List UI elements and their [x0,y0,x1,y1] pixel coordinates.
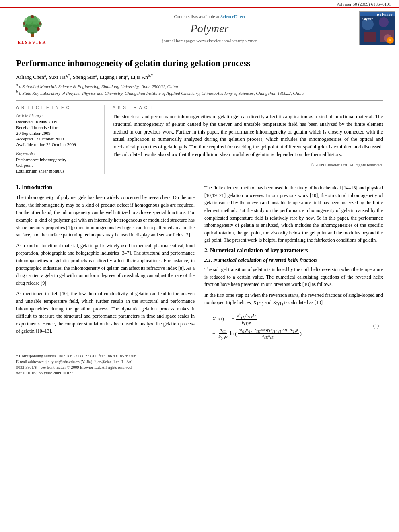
section2-heading: 2. Numerical calculation of key paramete… [204,247,383,254]
section2-para-2: In the first time step Δt when the rever… [204,292,383,307]
body-right-col: The finite element method has been used … [204,184,383,376]
formula-number: (1) [373,323,379,329]
affiliations: a a School of Materials Science & Engine… [16,83,383,95]
svg-point-9 [31,15,34,18]
keyword-2: Gel point [16,163,98,168]
svg-point-8 [37,27,40,31]
sciencedirect-line: Contents lists available at ScienceDirec… [174,14,245,19]
polymer-cover-image: polymer polymer ® [359,11,395,45]
intro-para-1: The inhomogeneity of polymer gels has be… [16,194,195,239]
footnote-doi: doi:10.1016/j.polymer.2009.10.027 [16,371,195,375]
keyword-1: Performance inhomogeneity [16,157,98,162]
formula-1: X 1(1) = − a2(1)θ(1)Δt b(1)φ [204,312,383,340]
divider-2 [16,180,383,180]
journal-reference: Polymer 50 (2009) 6186–6191 [0,0,399,7]
date-revised: 20 September 2009 [16,131,98,136]
elsevier-brand-text: ELSEVIER [18,40,47,45]
article-history: Article history: Received 16 May 2009 Re… [16,113,98,147]
body-content: 1. Introduction The inhomogeneity of pol… [16,184,383,376]
abstract-col: A B S T R A C T The structural and perfo… [113,105,383,174]
abstract-label: A B S T R A C T [113,105,383,110]
date-online: Available online 22 October 2009 [16,142,98,147]
formula-line-1: X 1(1) = − a2(1)θ(1)Δt b(1)φ [212,312,257,326]
keyword-3: Equilibrium shear modulus [16,168,98,173]
elsevier-tree-icon [16,12,48,38]
svg-text:polymer: polymer [362,17,373,21]
abstract-text: The structural and performance inhomogen… [113,113,383,158]
svg-rect-15 [364,32,376,42]
cover-badge: ® [387,37,394,44]
svg-point-11 [39,22,41,25]
article-title: Performance inhomogeneity of gelatin dur… [16,58,383,69]
body-left-col: 1. Introduction The inhomogeneity of pol… [16,184,195,376]
footnote-emails: E-mail addresses: jia_yuxi@sdu.edu.cn (Y… [16,359,195,364]
sciencedirect-label: Contents lists available at [174,14,219,19]
journal-cover-section: polymer polymer ® [355,8,399,49]
section1-heading: 1. Introduction [16,184,195,191]
journal-name: Polymer [191,22,229,35]
affiliation-b: b b State Key Laboratory of Polymer Phys… [16,90,383,96]
date-received: Received 16 May 2009 [16,119,98,124]
svg-point-10 [23,22,25,25]
keywords-section: Keywords: Performance inhomogeneity Gel … [16,151,98,173]
keywords-label: Keywords: [16,151,98,156]
intro-para-3: As mentioned in Ref. [10], the low therm… [16,290,195,335]
journal-homepage: journal homepage: www.elsevier.com/locat… [162,38,257,43]
article-info-label: A R T I C L E I N F O [16,105,98,110]
article-content: Performance inhomogeneity of gelatin dur… [0,49,399,384]
svg-point-14 [379,17,389,27]
svg-point-5 [24,17,32,25]
svg-point-6 [32,17,40,25]
formula-line-2: + a(1) b(1)φ ln ( [212,327,302,340]
right-para-1: The finite element method has been used … [204,184,383,244]
journal-ref-text: Polymer 50 (2009) 6186–6191 [337,2,391,6]
article-info-abstract-section: A R T I C L E I N F O Article history: R… [16,105,383,174]
section2-para-1: The sol–gel transition of gelatin is ind… [204,266,383,288]
subsection21-heading: 2.1. Numerical calculation of reverted h… [204,257,383,263]
journal-header: ELSEVIER Contents lists available at Sci… [0,7,399,49]
footnote-issn: 0032-3861/$ – see front matter © 2009 El… [16,365,195,370]
sciencedirect-link[interactable]: ScienceDirect [220,14,245,19]
svg-point-7 [25,27,28,31]
history-label: Article history: [16,113,98,118]
intro-para-2: As a kind of functional material, gelati… [16,242,195,287]
authors-line: Xiliang Chena, Yuxi Jiaa,*, Sheng Suna, … [16,73,383,80]
elsevier-logo-section: ELSEVIER [0,8,64,49]
elsevier-logo: ELSEVIER [16,12,48,45]
footnote-section: * Corresponding authors. Tel.: +86 531 8… [16,351,195,375]
article-info-col: A R T I C L E I N F O Article history: R… [16,105,105,174]
date-revised-label: Received in revised form [16,125,98,130]
footnote-corresponding: * Corresponding authors. Tel.: +86 531 8… [16,354,195,358]
affiliation-a: a a School of Materials Science & Engine… [16,83,383,89]
copyright: © 2009 Elsevier Ltd. All rights reserved… [113,162,383,167]
journal-title-section: Contents lists available at ScienceDirec… [64,8,355,49]
divider-1 [16,100,383,101]
date-accepted: Accepted 12 October 2009 [16,136,98,141]
